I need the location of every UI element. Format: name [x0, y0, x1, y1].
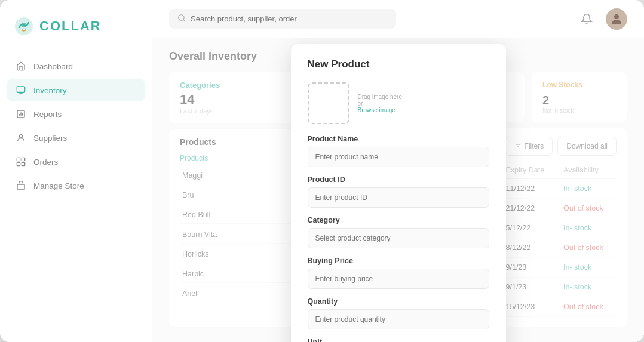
modal-overlay: New Product Drag image here or Browse im…	[152, 38, 644, 342]
notification-icon[interactable]	[577, 10, 596, 29]
orders-icon	[16, 156, 26, 167]
search-input[interactable]	[191, 14, 388, 23]
user-avatar[interactable]	[606, 8, 627, 30]
main-area: Overall Inventory Categories 14 Last 7 d…	[152, 0, 644, 342]
svg-rect-2	[17, 87, 24, 92]
sidebar: COLLAR Dashobard Inventory Reports	[0, 0, 152, 342]
svg-point-16	[614, 14, 619, 19]
svg-point-14	[179, 15, 184, 20]
sidebar-label-dashboard: Dashobard	[33, 62, 73, 71]
home-icon	[16, 61, 26, 72]
sidebar-label-inventory: Inventory	[33, 86, 67, 95]
buying-price-input[interactable]	[308, 269, 489, 289]
svg-rect-10	[17, 158, 20, 161]
product-id-label: Product ID	[308, 175, 489, 184]
sidebar-label-orders: Orders	[33, 158, 58, 167]
search-bar[interactable]	[169, 9, 396, 29]
logo: COLLAR	[0, 0, 152, 50]
product-name-label: Product Name	[308, 135, 489, 143]
svg-line-15	[183, 20, 185, 21]
image-drop-zone[interactable]	[308, 82, 349, 124]
sidebar-item-manage-store[interactable]: Manage Store	[7, 174, 145, 197]
modal-title: New Product	[308, 58, 489, 70]
quantity-label: Quantity	[308, 297, 489, 306]
buying-price-group: Buying Price	[308, 257, 489, 289]
category-input[interactable]	[308, 228, 489, 248]
product-id-group: Product ID	[308, 175, 489, 208]
product-id-input[interactable]	[308, 187, 489, 208]
category-group: Category	[308, 216, 489, 248]
sidebar-nav: Dashobard Inventory Reports Suppliers	[0, 50, 152, 202]
sidebar-item-orders[interactable]: Orders	[7, 150, 145, 173]
unit-group: Unit	[308, 338, 489, 342]
svg-point-1	[22, 23, 26, 27]
header-right	[577, 8, 627, 30]
inventory-icon	[16, 85, 26, 95]
image-upload-text: Drag image here or Browse image	[358, 94, 402, 113]
image-upload-area: Drag image here or Browse image	[308, 82, 489, 124]
svg-rect-13	[22, 162, 24, 165]
product-name-input[interactable]	[308, 147, 489, 167]
manage-store-icon	[16, 180, 26, 191]
sidebar-item-suppliers[interactable]: Suppliers	[7, 127, 145, 149]
or-text: or	[358, 100, 402, 107]
reports-icon	[16, 109, 26, 119]
sidebar-label-reports: Reports	[33, 110, 62, 119]
drag-text: Drag image here	[358, 94, 402, 100]
sidebar-item-inventory[interactable]: Inventory	[7, 79, 145, 101]
svg-point-9	[19, 135, 22, 138]
svg-rect-12	[17, 162, 20, 165]
new-product-modal: New Product Drag image here or Browse im…	[291, 44, 506, 342]
sidebar-label-suppliers: Suppliers	[33, 134, 67, 143]
logo-icon	[14, 17, 33, 36]
search-icon	[177, 14, 186, 24]
suppliers-icon	[16, 133, 26, 143]
quantity-input[interactable]	[308, 309, 489, 329]
app-name: COLLAR	[39, 19, 102, 34]
sidebar-item-reports[interactable]: Reports	[7, 103, 145, 125]
sidebar-label-manage-store: Manage Store	[33, 181, 84, 190]
main-content: Overall Inventory Categories 14 Last 7 d…	[152, 38, 644, 342]
header	[152, 0, 644, 38]
quantity-group: Quantity	[308, 297, 489, 329]
browse-image-link[interactable]: Browse image	[358, 107, 402, 113]
svg-rect-11	[22, 158, 24, 161]
category-label: Category	[308, 216, 489, 224]
sidebar-item-dashboard[interactable]: Dashobard	[7, 55, 145, 78]
unit-label: Unit	[308, 338, 489, 342]
buying-price-label: Buying Price	[308, 257, 489, 265]
product-name-group: Product Name	[308, 135, 489, 167]
app-window: COLLAR Dashobard Inventory Reports	[0, 0, 644, 342]
